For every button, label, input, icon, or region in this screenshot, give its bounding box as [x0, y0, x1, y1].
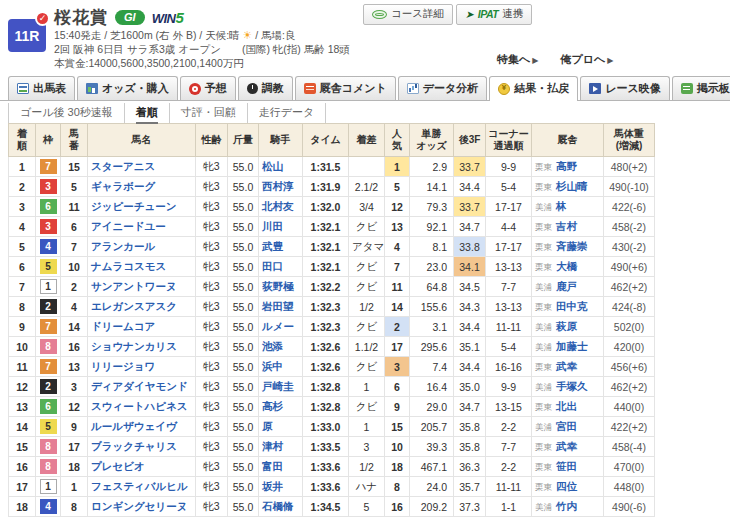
jockey-link[interactable]: 田口 [262, 260, 283, 272]
subtab-3[interactable]: 走行データ [247, 103, 327, 123]
cell-win-odds: 64.8 [410, 277, 454, 297]
jockey-link[interactable]: 原 [262, 420, 273, 432]
jockey-link[interactable]: 戸崎圭 [262, 380, 294, 392]
horse-name-link[interactable]: ジッピーチューン [91, 200, 176, 212]
subtab-0[interactable]: ゴール後 30秒速報 [8, 103, 124, 123]
trainer-link[interactable]: 高野 [556, 160, 577, 172]
cell-jockey: 浜中 [259, 357, 303, 377]
trainer-link[interactable]: 杉山晴 [556, 180, 588, 192]
cell-horse-weight: 470(0) [604, 457, 655, 477]
jockey-link[interactable]: 浜中 [262, 360, 283, 372]
trainer-link[interactable]: 吉村 [556, 220, 577, 232]
course-detail-button[interactable]: コース詳細 [363, 4, 453, 25]
jockey-link[interactable]: 坂井 [262, 480, 283, 492]
cell-time: 1:32.3 [303, 297, 349, 317]
horse-name-link[interactable]: フェスティバルヒル [91, 480, 188, 492]
jockey-link[interactable]: 富田 [262, 460, 283, 472]
cell-horse-name: アランカール [88, 237, 196, 257]
subtab-1[interactable]: 着順 [124, 103, 169, 123]
horse-name-link[interactable]: アランカール [91, 240, 155, 252]
jockey-link[interactable]: 松山 [262, 160, 283, 172]
horse-name-link[interactable]: ギャラボーグ [91, 180, 155, 192]
tab-entry-table[interactable]: 出馬表 [8, 76, 75, 100]
trainer-link[interactable]: 北出 [556, 400, 577, 412]
cell-frame: 3 [36, 177, 61, 197]
cell-stable: 美浦竹内 [532, 497, 604, 517]
ipat-link-button[interactable]: ➤ IPAT 連携 [456, 4, 532, 25]
feature-link[interactable]: 特集へ▶ [497, 52, 538, 67]
trainer-link[interactable]: 宮田 [556, 420, 577, 432]
cell-horse-weight: 430(-2) [604, 237, 655, 257]
trainer-link[interactable]: 大橋 [556, 260, 577, 272]
cell-stable: 栗東大橋 [532, 257, 604, 277]
horse-name-link[interactable]: リリージョワ [91, 360, 155, 372]
cell-horse-num: 3 [61, 377, 88, 397]
horse-name-link[interactable]: エレガンスアスク [91, 300, 177, 312]
tab-label: 予想 [205, 81, 227, 96]
horse-name-link[interactable]: ショウナンカリス [91, 340, 177, 352]
trainer-link[interactable]: 竹内 [556, 500, 577, 512]
horse-name-link[interactable]: プレセビオ [91, 460, 145, 472]
training-center-label: 美浦 [535, 382, 552, 392]
subtab-2[interactable]: 寸評・回顧 [169, 103, 247, 123]
horse-name-link[interactable]: ドリームコア [91, 320, 155, 332]
cell-sex-age: 牝3 [196, 217, 228, 237]
cell-jockey: 岩田望 [259, 297, 303, 317]
cell-time: 1:32.1 [303, 237, 349, 257]
jockey-link[interactable]: 高杉 [262, 400, 283, 412]
cell-time: 1:32.6 [303, 357, 349, 377]
jockey-link[interactable]: 西村淳 [262, 180, 294, 192]
cell-horse-num: 13 [61, 357, 88, 377]
trainer-link[interactable]: 武幸 [556, 440, 577, 452]
cell-popularity: 9 [385, 397, 410, 417]
table-row: 16818プレセビオ牝355.0富田1:33.61/218467.136.32-… [9, 457, 655, 477]
trainer-link[interactable]: 斉藤崇 [556, 240, 588, 252]
col-header: 騎手 [259, 124, 303, 157]
trainer-link[interactable]: 萩原 [556, 320, 577, 332]
tab-data-analysis[interactable]: データ分析 [398, 76, 488, 100]
jockey-link[interactable]: 岩田望 [262, 300, 294, 312]
tab-odds-purchase[interactable]: オッズ・購入 [77, 76, 178, 100]
tab-forecast[interactable]: 予想 [180, 76, 236, 100]
tab-bbs[interactable]: 掲示板 [672, 76, 730, 100]
trainer-link[interactable]: 田中克 [556, 300, 588, 312]
cell-win-odds: 16.4 [410, 377, 454, 397]
horse-name-link[interactable]: ブラックチャリス [91, 440, 177, 452]
trainer-link[interactable]: 四位 [556, 480, 577, 492]
jockey-link[interactable]: 川田 [262, 220, 283, 232]
cell-carried-weight: 55.0 [228, 497, 259, 517]
jockey-link[interactable]: 津村 [262, 440, 283, 452]
horse-name-link[interactable]: ルールザウェイヴ [91, 420, 177, 432]
trainer-link[interactable]: 武幸 [556, 360, 577, 372]
horse-name-link[interactable]: ナムラコスモス [91, 260, 166, 272]
tab-results-payout[interactable]: 結果・払戻 [489, 76, 578, 101]
trainer-link[interactable]: 笹田 [556, 460, 577, 472]
cell-margin: クビ [349, 397, 385, 417]
cell-jockey: 荻野極 [259, 277, 303, 297]
cell-carried-weight: 55.0 [228, 437, 259, 457]
cell-jockey: 津村 [259, 437, 303, 457]
tab-training[interactable]: 調教 [238, 76, 293, 100]
jockey-link[interactable]: 北村友 [262, 200, 294, 212]
horse-name-link[interactable]: ロンギングセリーヌ [91, 500, 187, 512]
horse-name-link[interactable]: アイニードユー [91, 220, 166, 232]
cell-popularity: 2 [385, 317, 410, 337]
horse-name-link[interactable]: サンアントワーヌ [91, 280, 177, 292]
trainer-link[interactable]: 鹿戸 [556, 280, 577, 292]
horse-name-link[interactable]: スウィートハピネス [91, 400, 187, 412]
jockey-link[interactable]: ルメー [262, 320, 294, 332]
trainer-link[interactable]: 林 [556, 200, 567, 212]
jockey-link[interactable]: 池添 [262, 340, 283, 352]
tab-race-video[interactable]: レース映像 [580, 76, 670, 100]
jockey-link[interactable]: 武豊 [262, 240, 283, 252]
cell-horse-name: フェスティバルヒル [88, 477, 196, 497]
trainer-link[interactable]: 加藤士 [556, 340, 588, 352]
cell-margin: 5 [349, 497, 385, 517]
jockey-link[interactable]: 石橋脩 [262, 500, 294, 512]
horse-name-link[interactable]: スターアニス [91, 160, 155, 172]
orepro-link[interactable]: 俺プロへ▶ [560, 52, 613, 67]
jockey-link[interactable]: 荻野極 [262, 280, 294, 292]
horse-name-link[interactable]: ディアダイヤモンド [91, 380, 188, 392]
trainer-link[interactable]: 手塚久 [556, 380, 588, 392]
tab-stable-comment[interactable]: 厩舎コメント [295, 76, 396, 100]
